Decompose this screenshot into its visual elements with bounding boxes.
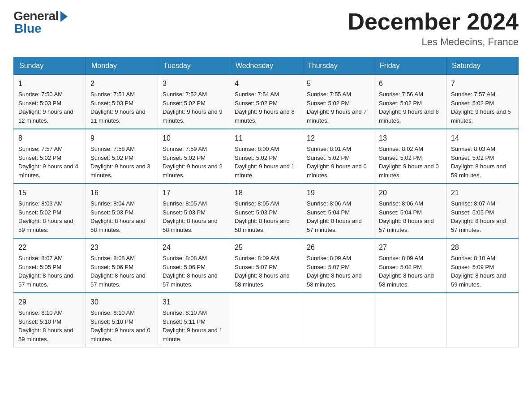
calendar-cell: 10 Sunrise: 7:59 AM Sunset: 5:02 PM Dayl… bbox=[158, 129, 230, 184]
calendar-week-2: 8 Sunrise: 7:57 AM Sunset: 5:02 PM Dayli… bbox=[14, 129, 519, 184]
calendar-cell: 31 Sunrise: 8:10 AM Sunset: 5:11 PM Dayl… bbox=[158, 293, 230, 347]
day-number: 3 bbox=[163, 78, 225, 89]
calendar-cell: 2 Sunrise: 7:51 AM Sunset: 5:03 PM Dayli… bbox=[86, 75, 158, 129]
day-daylight: Daylight: 9 hours and 6 minutes. bbox=[379, 108, 439, 124]
day-sunset: Sunset: 5:02 PM bbox=[163, 154, 206, 161]
day-daylight: Daylight: 8 hours and 57 minutes. bbox=[451, 218, 506, 233]
calendar-cell: 25 Sunrise: 8:09 AM Sunset: 5:07 PM Dayl… bbox=[230, 238, 302, 293]
calendar-cell bbox=[374, 293, 446, 347]
day-sunrise: Sunrise: 8:08 AM bbox=[163, 255, 207, 261]
day-number: 30 bbox=[90, 297, 153, 308]
calendar-cell: 5 Sunrise: 7:55 AM Sunset: 5:02 PM Dayli… bbox=[302, 75, 374, 129]
calendar-cell: 27 Sunrise: 8:09 AM Sunset: 5:08 PM Dayl… bbox=[374, 238, 446, 293]
day-sunset: Sunset: 5:02 PM bbox=[18, 209, 61, 216]
day-number: 31 bbox=[163, 297, 225, 308]
day-daylight: Daylight: 9 hours and 1 minute. bbox=[235, 163, 295, 179]
calendar-cell: 16 Sunrise: 8:04 AM Sunset: 5:03 PM Dayl… bbox=[86, 184, 158, 238]
day-number: 11 bbox=[235, 133, 297, 144]
calendar-cell: 12 Sunrise: 8:01 AM Sunset: 5:02 PM Dayl… bbox=[302, 129, 374, 184]
calendar-cell: 18 Sunrise: 8:05 AM Sunset: 5:03 PM Dayl… bbox=[230, 184, 302, 238]
calendar-cell: 3 Sunrise: 7:52 AM Sunset: 5:02 PM Dayli… bbox=[158, 75, 230, 129]
day-daylight: Daylight: 8 hours and 57 minutes. bbox=[307, 218, 362, 233]
calendar-cell: 11 Sunrise: 8:00 AM Sunset: 5:02 PM Dayl… bbox=[230, 129, 302, 184]
day-sunrise: Sunrise: 8:09 AM bbox=[307, 255, 351, 261]
day-number: 2 bbox=[90, 78, 153, 89]
day-sunset: Sunset: 5:02 PM bbox=[451, 154, 494, 161]
day-number: 20 bbox=[379, 188, 442, 198]
calendar-cell bbox=[230, 293, 302, 347]
day-number: 22 bbox=[18, 242, 81, 253]
day-daylight: Daylight: 8 hours and 58 minutes. bbox=[235, 272, 290, 288]
day-header-tuesday: Tuesday bbox=[158, 57, 230, 75]
day-sunset: Sunset: 5:03 PM bbox=[163, 209, 206, 216]
calendar-cell: 8 Sunrise: 7:57 AM Sunset: 5:02 PM Dayli… bbox=[14, 129, 86, 184]
day-sunset: Sunset: 5:02 PM bbox=[379, 100, 422, 107]
day-sunrise: Sunrise: 7:57 AM bbox=[18, 146, 63, 152]
day-sunrise: Sunrise: 7:58 AM bbox=[90, 146, 135, 152]
day-sunrise: Sunrise: 8:01 AM bbox=[307, 146, 351, 152]
day-daylight: Daylight: 8 hours and 59 minutes. bbox=[451, 272, 506, 288]
day-daylight: Daylight: 8 hours and 57 minutes. bbox=[18, 272, 73, 288]
day-sunset: Sunset: 5:02 PM bbox=[451, 100, 494, 107]
day-sunset: Sunset: 5:02 PM bbox=[18, 154, 61, 161]
calendar-week-3: 15 Sunrise: 8:03 AM Sunset: 5:02 PM Dayl… bbox=[14, 184, 519, 238]
day-sunrise: Sunrise: 7:59 AM bbox=[163, 146, 207, 152]
calendar-cell: 6 Sunrise: 7:56 AM Sunset: 5:02 PM Dayli… bbox=[374, 75, 446, 129]
day-daylight: Daylight: 8 hours and 58 minutes. bbox=[379, 272, 434, 288]
day-sunrise: Sunrise: 7:51 AM bbox=[90, 91, 135, 98]
day-number: 6 bbox=[379, 78, 442, 89]
day-number: 17 bbox=[163, 188, 225, 198]
day-sunrise: Sunrise: 7:55 AM bbox=[307, 91, 351, 98]
day-sunset: Sunset: 5:03 PM bbox=[235, 209, 278, 216]
calendar-cell: 17 Sunrise: 8:05 AM Sunset: 5:03 PM Dayl… bbox=[158, 184, 230, 238]
calendar-cell: 13 Sunrise: 8:02 AM Sunset: 5:02 PM Dayl… bbox=[374, 129, 446, 184]
day-sunset: Sunset: 5:05 PM bbox=[18, 264, 61, 270]
day-sunrise: Sunrise: 8:06 AM bbox=[379, 200, 423, 207]
day-sunrise: Sunrise: 8:07 AM bbox=[451, 200, 495, 207]
day-sunrise: Sunrise: 8:05 AM bbox=[163, 200, 207, 207]
day-daylight: Daylight: 8 hours and 59 minutes. bbox=[18, 218, 73, 233]
day-header-sunday: Sunday bbox=[14, 57, 86, 75]
day-sunrise: Sunrise: 7:57 AM bbox=[451, 91, 495, 98]
day-sunset: Sunset: 5:07 PM bbox=[307, 264, 350, 270]
day-daylight: Daylight: 8 hours and 58 minutes. bbox=[90, 218, 146, 233]
day-sunset: Sunset: 5:02 PM bbox=[379, 154, 422, 161]
day-header-saturday: Saturday bbox=[446, 57, 519, 75]
calendar-table: SundayMondayTuesdayWednesdayThursdayFrid… bbox=[13, 57, 519, 347]
day-number: 19 bbox=[307, 188, 369, 198]
logo-blue-text: Blue bbox=[14, 21, 42, 36]
day-sunset: Sunset: 5:02 PM bbox=[307, 100, 350, 107]
day-number: 1 bbox=[18, 78, 81, 89]
calendar-week-4: 22 Sunrise: 8:07 AM Sunset: 5:05 PM Dayl… bbox=[14, 238, 519, 293]
day-header-monday: Monday bbox=[86, 57, 158, 75]
day-number: 7 bbox=[451, 78, 514, 89]
day-daylight: Daylight: 9 hours and 12 minutes. bbox=[18, 108, 73, 124]
day-sunrise: Sunrise: 8:03 AM bbox=[451, 146, 495, 152]
day-daylight: Daylight: 8 hours and 58 minutes. bbox=[163, 218, 218, 233]
day-sunset: Sunset: 5:03 PM bbox=[18, 100, 61, 107]
day-header-friday: Friday bbox=[374, 57, 446, 75]
calendar-cell: 9 Sunrise: 7:58 AM Sunset: 5:02 PM Dayli… bbox=[86, 129, 158, 184]
calendar-cell: 15 Sunrise: 8:03 AM Sunset: 5:02 PM Dayl… bbox=[14, 184, 86, 238]
day-daylight: Daylight: 9 hours and 11 minutes. bbox=[90, 108, 146, 124]
logo-arrow-icon bbox=[60, 11, 68, 22]
calendar-cell: 24 Sunrise: 8:08 AM Sunset: 5:06 PM Dayl… bbox=[158, 238, 230, 293]
day-header-thursday: Thursday bbox=[302, 57, 374, 75]
day-sunrise: Sunrise: 8:04 AM bbox=[90, 200, 135, 207]
day-sunset: Sunset: 5:08 PM bbox=[379, 264, 422, 270]
calendar-cell bbox=[302, 293, 374, 347]
day-sunset: Sunset: 5:02 PM bbox=[307, 154, 350, 161]
day-sunrise: Sunrise: 8:02 AM bbox=[379, 146, 423, 152]
day-sunrise: Sunrise: 8:03 AM bbox=[18, 200, 63, 207]
day-number: 21 bbox=[451, 188, 514, 198]
day-header-wednesday: Wednesday bbox=[230, 57, 302, 75]
calendar-cell: 20 Sunrise: 8:06 AM Sunset: 5:04 PM Dayl… bbox=[374, 184, 446, 238]
calendar-cell: 7 Sunrise: 7:57 AM Sunset: 5:02 PM Dayli… bbox=[446, 75, 519, 129]
day-sunset: Sunset: 5:09 PM bbox=[451, 264, 494, 270]
day-number: 8 bbox=[18, 133, 81, 144]
day-daylight: Daylight: 8 hours and 58 minutes. bbox=[307, 272, 362, 288]
day-daylight: Daylight: 8 hours and 57 minutes. bbox=[90, 272, 146, 288]
day-daylight: Daylight: 9 hours and 0 minutes. bbox=[307, 163, 367, 179]
day-number: 10 bbox=[163, 133, 225, 144]
day-sunset: Sunset: 5:02 PM bbox=[235, 100, 278, 107]
